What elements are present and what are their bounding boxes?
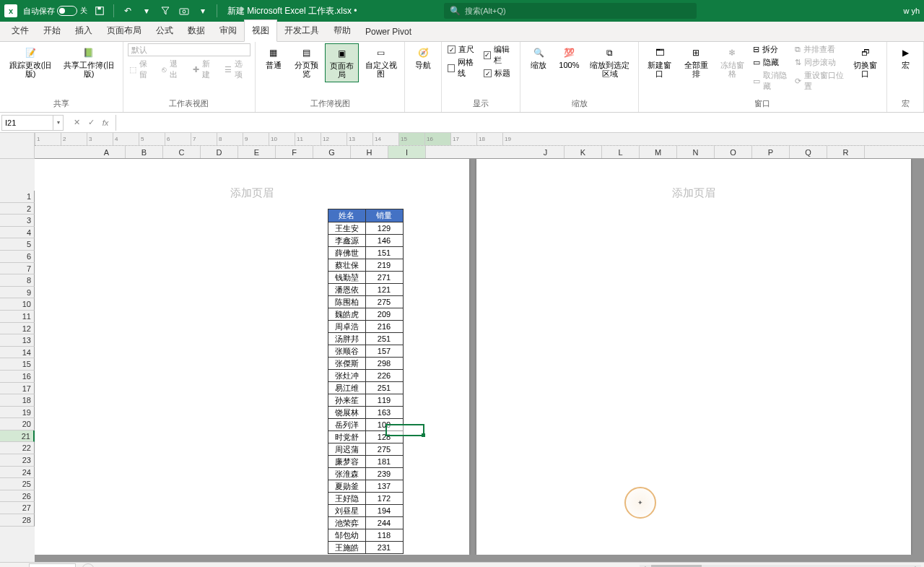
col-header-Q[interactable]: Q [790, 146, 827, 159]
col-header-R[interactable]: R [827, 146, 865, 159]
table-row[interactable]: 孙来笙119 [328, 394, 403, 407]
col-header-P[interactable]: P [752, 146, 790, 159]
row-header-28[interactable]: 28 [0, 514, 35, 527]
table-row[interactable]: 魏皓虎209 [328, 308, 403, 321]
view-name-input[interactable] [128, 43, 250, 56]
arrange-all-button[interactable]: ⊞全部重排 [679, 43, 712, 81]
table-row[interactable]: 蔡壮保219 [328, 259, 403, 272]
tab-data[interactable]: 数据 [180, 20, 212, 41]
row-header-23[interactable]: 23 [0, 454, 35, 467]
row-header-27[interactable]: 27 [0, 502, 35, 514]
navigation-button[interactable]: 🧭导航 [409, 43, 437, 72]
table-row[interactable]: 潘恩依121 [328, 284, 403, 296]
col-header-N[interactable]: N [677, 146, 715, 159]
formula-input[interactable] [116, 115, 923, 131]
col-header-L[interactable]: L [602, 146, 640, 159]
col-header-O[interactable]: O [715, 146, 752, 159]
table-row[interactable]: 夏勋釜137 [328, 480, 403, 493]
row-header-3[interactable]: 3 [0, 215, 35, 227]
save-icon[interactable] [92, 3, 108, 19]
freeze-panes-button[interactable]: ❄冻结窗格 [715, 43, 749, 81]
zoom-selection-button[interactable]: ⧉缩放到选定区域 [585, 43, 633, 81]
pagelayout-view-button[interactable]: ▣页面布局 [325, 43, 358, 82]
page-header-placeholder[interactable]: 添加页眉 [672, 186, 715, 200]
tab-insert[interactable]: 插入 [68, 20, 100, 41]
col-header-I[interactable]: I [388, 146, 426, 159]
row-header-13[interactable]: 13 [0, 334, 35, 347]
col-header-B[interactable]: B [126, 146, 163, 159]
tab-help[interactable]: 帮助 [326, 20, 358, 41]
row-header-18[interactable]: 18 [0, 394, 35, 407]
zoom-button[interactable]: 🔍缩放 [525, 43, 552, 72]
table-row[interactable]: 廉梦容181 [328, 456, 403, 468]
row-header-19[interactable]: 19 [0, 407, 35, 419]
gridlines-checkbox[interactable]: 网格线 [446, 56, 479, 79]
filter-icon[interactable] [157, 3, 173, 19]
formula-bar-checkbox[interactable]: 编辑栏 [482, 43, 515, 66]
table-row[interactable]: 岳列洋100 [328, 419, 403, 431]
tab-formulas[interactable]: 公式 [149, 20, 180, 41]
row-header-15[interactable]: 15 [0, 358, 35, 371]
table-row[interactable]: 张顺谷157 [328, 345, 403, 358]
user-name[interactable]: w yh [903, 7, 920, 15]
fx-icon[interactable]: fx [98, 116, 113, 130]
table-row[interactable]: 王好隐172 [328, 493, 403, 505]
col-header-J[interactable]: J [527, 146, 565, 159]
row-header-4[interactable]: 4 [0, 227, 35, 239]
table-row[interactable]: 邹包幼118 [328, 529, 403, 542]
cancel-icon[interactable]: ✕ [69, 116, 84, 130]
select-all-corner[interactable] [0, 133, 35, 159]
row-header-21[interactable]: 21 [0, 430, 35, 443]
table-row[interactable]: 时党舒128 [328, 431, 403, 443]
tab-home[interactable]: 开始 [36, 20, 68, 41]
camera-icon[interactable] [176, 3, 192, 19]
horizontal-scrollbar[interactable] [640, 565, 921, 568]
tab-file[interactable]: 文件 [4, 20, 36, 41]
row-header-2[interactable]: 2 [0, 203, 35, 215]
tab-view[interactable]: 视图 [244, 20, 277, 42]
table-row[interactable]: 池荣弈244 [328, 517, 403, 529]
ruler-checkbox[interactable]: 直尺 [446, 43, 479, 56]
split-button[interactable]: ⊟ 拆分 [751, 43, 790, 56]
custom-view-button[interactable]: ▭自定义视图 [362, 43, 401, 81]
add-sheet-button[interactable]: + [82, 563, 95, 568]
table-row[interactable]: 刘昼星194 [328, 505, 403, 517]
table-row[interactable]: 张傑斯298 [328, 358, 403, 370]
col-header-C[interactable]: C [163, 146, 201, 159]
row-header-24[interactable]: 24 [0, 467, 35, 479]
table-row[interactable]: 张灶冲226 [328, 370, 403, 382]
table-row[interactable]: 薛佛世151 [328, 247, 403, 259]
row-header-9[interactable]: 9 [0, 287, 35, 299]
table-row[interactable]: 易江维251 [328, 382, 403, 394]
col-header-K[interactable]: K [565, 146, 602, 159]
table-row[interactable]: 周迟蒲275 [328, 443, 403, 456]
name-box[interactable] [1, 115, 53, 131]
pagebreak-view-button[interactable]: ▤分页预览 [290, 43, 322, 81]
table-header[interactable]: 销量 [365, 209, 403, 222]
row-header-12[interactable]: 12 [0, 323, 35, 335]
row-header-22[interactable]: 22 [0, 442, 35, 454]
headings-checkbox[interactable]: 标题 [482, 67, 515, 79]
sheet-tab-1[interactable]: Sheet1 [29, 563, 76, 567]
row-header-14[interactable]: 14 [0, 347, 35, 359]
row-header-25[interactable]: 25 [0, 478, 35, 490]
tab-layout[interactable]: 页面布局 [100, 20, 149, 41]
redo-icon[interactable]: ▾ [139, 3, 154, 19]
enter-icon[interactable]: ✓ [84, 116, 98, 130]
table-row[interactable]: 饶展林163 [328, 407, 403, 419]
shared-workbook-button[interactable]: 📗共享工作簿(旧版) [59, 43, 118, 81]
col-header-A[interactable]: A [88, 146, 126, 159]
table-row[interactable]: 王生安129 [328, 222, 403, 235]
name-box-dropdown[interactable]: ▾ [53, 115, 64, 131]
tab-developer[interactable]: 开发工具 [277, 20, 326, 41]
col-header-M[interactable]: M [640, 146, 677, 159]
row-header-16[interactable]: 16 [0, 371, 35, 383]
qat-dropdown-icon[interactable]: ▾ [195, 3, 211, 19]
col-header-H[interactable]: H [351, 146, 388, 159]
table-row[interactable]: 陈围柏275 [328, 296, 403, 308]
normal-view-button[interactable]: ▦普通 [260, 43, 287, 72]
row-header-8[interactable]: 8 [0, 274, 35, 287]
row-headers[interactable]: 1234567891011121314151617181920212223242… [0, 159, 35, 562]
row-header-26[interactable]: 26 [0, 490, 35, 503]
search-box[interactable]: 🔍 [444, 3, 697, 19]
